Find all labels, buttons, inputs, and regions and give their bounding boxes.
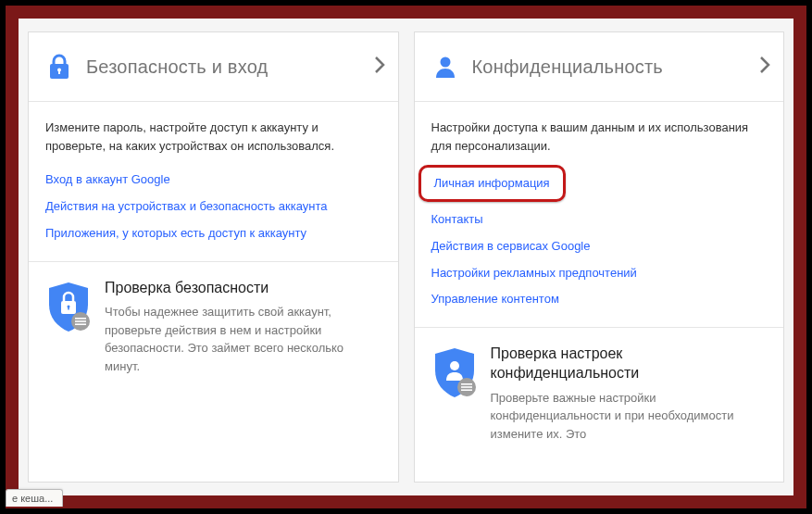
- link-connected-apps[interactable]: Приложения, у которых есть доступ к акка…: [45, 225, 381, 243]
- settings-panel: Безопасность и вход Измените пароль, нас…: [19, 19, 793, 495]
- link-google-activity[interactable]: Действия в сервисах Google: [431, 238, 768, 256]
- security-checkup-subcard[interactable]: Проверка безопасности Чтобы надежнее защ…: [29, 262, 398, 376]
- security-card-description: Измените пароль, настройте доступ к акка…: [45, 119, 381, 155]
- link-personal-info[interactable]: Личная информация: [434, 176, 550, 190]
- shield-person-icon: [431, 345, 478, 443]
- svg-rect-8: [75, 320, 86, 322]
- svg-rect-7: [75, 318, 86, 320]
- security-checkup-description: Чтобы надежнее защитить свой аккаунт, пр…: [105, 303, 381, 375]
- security-card-header[interactable]: Безопасность и вход: [29, 32, 398, 102]
- privacy-card-description: Настройки доступа к вашим данным и их ис…: [431, 119, 768, 155]
- svg-point-10: [440, 57, 450, 68]
- privacy-card-title: Конфиденциальность: [472, 56, 760, 78]
- security-checkup-title: Проверка безопасности: [105, 279, 381, 298]
- person-icon: [431, 53, 459, 81]
- highlighted-link-frame: Личная информация: [418, 165, 566, 202]
- svg-rect-9: [75, 323, 86, 325]
- privacy-checkup-description: Проверьте важные настройки конфиденциаль…: [491, 389, 768, 444]
- shield-lock-icon: [45, 279, 92, 376]
- svg-rect-2: [58, 70, 60, 74]
- chevron-right-icon: [374, 56, 385, 78]
- status-bar-tab: е кеша...: [6, 489, 63, 507]
- privacy-links: Личная информация Контакты Действия в се…: [431, 171, 768, 308]
- svg-rect-13: [461, 383, 472, 385]
- security-links: Вход в аккаунт Google Действия на устрой…: [45, 171, 381, 243]
- lock-icon: [45, 53, 73, 81]
- svg-rect-15: [461, 390, 472, 392]
- link-ads-settings[interactable]: Настройки рекламных предпочтений: [431, 265, 768, 282]
- svg-rect-14: [461, 386, 472, 388]
- chevron-right-icon: [759, 56, 770, 78]
- privacy-checkup-subcard[interactable]: Проверка настроек конфиденциальности Про…: [415, 328, 784, 443]
- link-device-activity[interactable]: Действия на устройствах и безопасность а…: [45, 198, 381, 216]
- svg-point-11: [450, 361, 459, 370]
- privacy-checkup-title: Проверка настроек конфиденциальности: [491, 345, 768, 383]
- security-card-title: Безопасность и вход: [86, 56, 374, 78]
- privacy-card: Конфиденциальность Настройки доступа к в…: [414, 31, 785, 483]
- link-content-control[interactable]: Управление контентом: [431, 291, 768, 308]
- link-contacts[interactable]: Контакты: [431, 211, 768, 229]
- svg-rect-5: [68, 307, 69, 309]
- privacy-card-header[interactable]: Конфиденциальность: [415, 32, 784, 102]
- link-google-signin[interactable]: Вход в аккаунт Google: [45, 171, 381, 189]
- security-card: Безопасность и вход Измените пароль, нас…: [28, 31, 399, 483]
